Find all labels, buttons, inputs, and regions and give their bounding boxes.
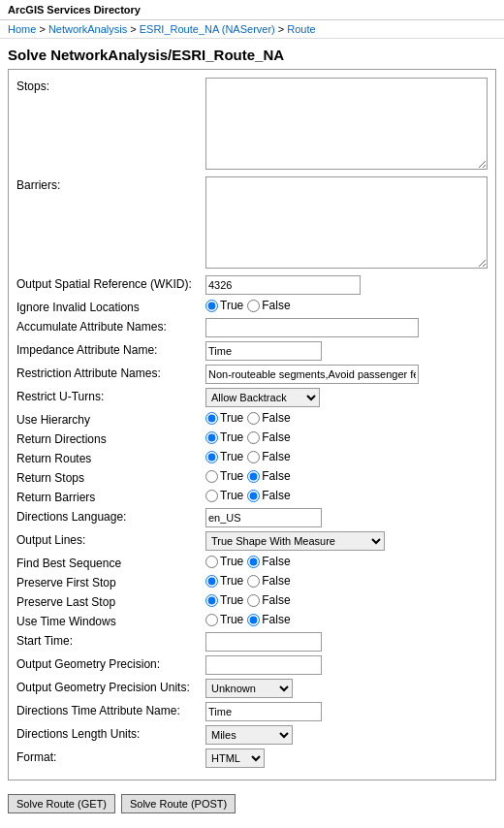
restriction-attr-input[interactable] [205,365,419,384]
stops-textarea[interactable] [205,78,488,170]
restrict-uturns-select[interactable]: Allow Backtrack No U-Turns At Dead Ends … [205,388,320,407]
solve-post-button[interactable]: Solve Route (POST) [121,794,236,813]
output-geom-precision-units-select[interactable]: Unknown Feet Kilometers Meters Miles Nau… [205,679,293,698]
preserve-last-stop-control: True False [205,593,488,607]
start-time-input[interactable] [205,632,322,652]
return-directions-false-radio[interactable] [247,431,260,444]
use-time-windows-false-label[interactable]: False [247,613,290,626]
return-routes-true-radio[interactable] [205,451,218,463]
return-barriers-row: Return Barriers True False [16,489,488,504]
preserve-first-stop-false-radio[interactable] [247,575,260,588]
return-barriers-false-radio[interactable] [247,490,260,502]
find-best-sequence-false-radio[interactable] [247,556,260,568]
breadcrumb-current[interactable]: Route [287,23,315,35]
button-row: Solve Route (GET) Solve Route (POST) [0,788,504,819]
accumulate-attr-input[interactable] [205,318,419,337]
ignore-invalid-row: Ignore Invalid Locations True False [16,299,488,314]
preserve-first-stop-false-label[interactable]: False [247,574,290,588]
return-routes-control: True False [205,450,488,463]
app-header: ArcGIS Services Directory [0,0,504,20]
breadcrumb: Home > NetworkAnalysis > ESRI_Route_NA (… [0,20,504,39]
preserve-last-stop-false-radio[interactable] [247,594,260,607]
restriction-attr-label: Restriction Attribute Names: [16,365,205,380]
restrict-uturns-row: Restrict U-Turns: Allow Backtrack No U-T… [16,388,488,407]
use-hierarchy-true-label[interactable]: True [205,411,243,425]
accumulate-attr-label: Accumulate Attribute Names: [16,318,205,334]
use-time-windows-false-radio[interactable] [247,614,260,626]
preserve-first-stop-row: Preserve First Stop True False [16,574,488,589]
return-stops-true-radio[interactable] [205,470,218,483]
start-time-label: Start Time: [16,632,205,648]
return-directions-false-label[interactable]: False [247,430,290,444]
return-routes-true-label[interactable]: True [205,450,243,463]
return-barriers-false-label[interactable]: False [247,489,290,502]
output-lines-select[interactable]: True Shape With Measure True Shape Strai… [205,531,385,551]
directions-language-label: Directions Language: [16,508,205,524]
breadcrumb-esri-route[interactable]: ESRI_Route_NA (NAServer) [140,23,275,35]
impedance-attr-row: Impedance Attribute Name: [16,341,488,361]
ignore-invalid-true-label[interactable]: True [205,299,243,312]
restriction-attr-row: Restriction Attribute Names: [16,365,488,384]
barriers-textarea[interactable] [205,176,488,269]
return-directions-true-label[interactable]: True [205,430,243,444]
directions-time-attr-label: Directions Time Attribute Name: [16,702,205,717]
ignore-invalid-false-label[interactable]: False [247,299,290,312]
use-hierarchy-false-label[interactable]: False [247,411,290,425]
find-best-sequence-true-radio[interactable] [205,556,218,568]
impedance-attr-input[interactable] [205,341,322,361]
directions-time-attr-input[interactable] [205,702,322,721]
return-stops-true-label[interactable]: True [205,469,243,483]
output-geom-precision-row: Output Geometry Precision: [16,655,488,675]
use-hierarchy-false-radio[interactable] [247,412,260,425]
directions-language-input[interactable] [205,508,322,527]
return-routes-label: Return Routes [16,450,205,465]
barriers-label: Barriers: [16,176,205,192]
output-spatial-ref-label: Output Spatial Reference (WKID): [16,275,205,291]
solve-get-button[interactable]: Solve Route (GET) [8,794,115,813]
directions-time-attr-row: Directions Time Attribute Name: [16,702,488,721]
find-best-sequence-control: True False [205,555,488,568]
return-stops-false-label[interactable]: False [247,469,290,483]
preserve-last-stop-true-radio[interactable] [205,594,218,607]
use-time-windows-true-radio[interactable] [205,614,218,626]
breadcrumb-home[interactable]: Home [8,23,36,35]
barriers-row: Barriers: [16,176,488,271]
return-routes-false-radio[interactable] [247,451,260,463]
use-time-windows-row: Use Time Windows True False [16,613,488,628]
return-routes-row: Return Routes True False [16,450,488,465]
directions-length-units-select[interactable]: Miles Kilometers Feet Meters NauticalMil… [205,725,293,745]
output-geom-precision-input[interactable] [205,655,322,675]
find-best-sequence-true-label[interactable]: True [205,555,243,568]
return-barriers-true-radio[interactable] [205,490,218,502]
return-barriers-true-label[interactable]: True [205,489,243,502]
find-best-sequence-false-label[interactable]: False [247,555,290,568]
return-routes-false-label[interactable]: False [247,450,290,463]
preserve-first-stop-true-radio[interactable] [205,575,218,588]
stops-control [205,78,488,173]
output-spatial-ref-input[interactable] [205,275,361,295]
return-directions-true-radio[interactable] [205,431,218,444]
accumulate-attr-row: Accumulate Attribute Names: [16,318,488,337]
preserve-last-stop-false-label[interactable]: False [247,593,290,607]
use-time-windows-control: True False [205,613,488,626]
ignore-invalid-true-radio[interactable] [205,300,218,312]
ignore-invalid-false-radio[interactable] [247,300,260,312]
impedance-attr-control [205,341,488,361]
restrict-uturns-label: Restrict U-Turns: [16,388,205,403]
output-lines-label: Output Lines: [16,531,205,547]
return-stops-false-radio[interactable] [247,470,260,483]
output-geom-precision-label: Output Geometry Precision: [16,655,205,671]
preserve-last-stop-true-label[interactable]: True [205,593,243,607]
barriers-control [205,176,488,271]
directions-language-control [205,508,488,527]
breadcrumb-network-analysis[interactable]: NetworkAnalysis [48,23,127,35]
use-time-windows-true-label[interactable]: True [205,613,243,626]
return-stops-control: True False [205,469,488,483]
preserve-last-stop-label: Preserve Last Stop [16,593,205,609]
format-select[interactable]: HTML JSON PJSON AMF [205,748,265,768]
preserve-first-stop-true-label[interactable]: True [205,574,243,588]
return-directions-control: True False [205,430,488,444]
preserve-first-stop-control: True False [205,574,488,588]
use-hierarchy-label: Use Hierarchy [16,411,205,427]
use-hierarchy-true-radio[interactable] [205,412,218,425]
